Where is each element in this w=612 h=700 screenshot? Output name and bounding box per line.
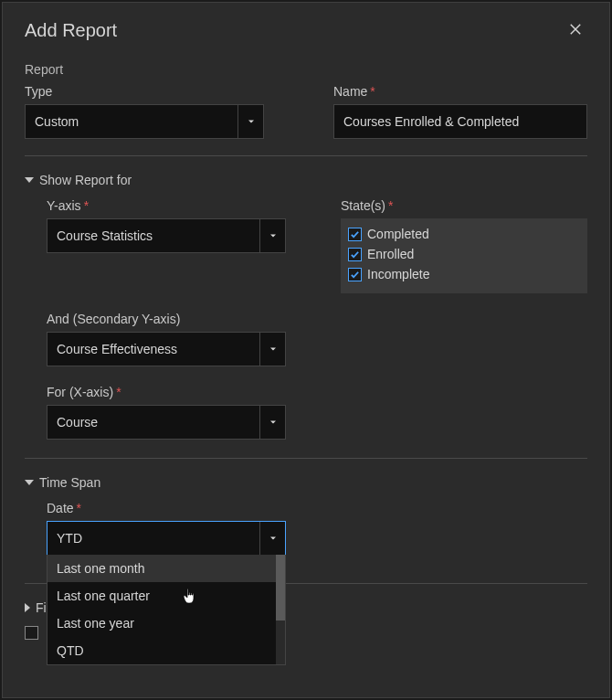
name-field: Name * (333, 84, 587, 139)
type-value: Custom (35, 114, 237, 129)
modal-body: Report Type Custom Name * (3, 57, 609, 658)
scrollbar-thumb[interactable] (276, 555, 285, 620)
secondary-yaxis-select[interactable]: Course Effectiveness (47, 332, 286, 366)
yaxis-states-row: Y-axis * Course Statistics State(s) * (47, 198, 587, 293)
secondary-yaxis-field: And (Secondary Y-axis) Course Effectiven… (47, 312, 286, 366)
date-option[interactable]: Last one quarter (47, 582, 276, 610)
state-label: Completed (367, 227, 429, 241)
time-span-header[interactable]: Time Span (25, 475, 587, 490)
state-label: Incomplete (367, 267, 429, 281)
add-report-modal: Add Report Report Type Custom (2, 2, 610, 698)
checkbox-checked-icon (348, 268, 362, 281)
name-label: Name * (333, 84, 587, 99)
chevron-down-icon (259, 333, 285, 366)
states-label-text: State(s) (341, 198, 385, 213)
name-input[interactable] (333, 104, 587, 139)
secondary-yaxis-label-text: And (Secondary Y-axis) (47, 312, 180, 326)
name-label-text: Name (333, 84, 367, 99)
yaxis-select[interactable]: Course Statistics (47, 218, 286, 253)
secondary-yaxis-label: And (Secondary Y-axis) (47, 312, 286, 326)
xaxis-field: For (X-axis) * Course (47, 385, 286, 440)
modal-title: Add Report (25, 20, 117, 41)
divider (25, 155, 587, 156)
report-section-label: Report (25, 62, 587, 77)
date-dropdown-list: Last one month Last one quarter Last one… (47, 555, 276, 664)
chevron-down-icon (259, 406, 285, 439)
type-label: Type (25, 84, 279, 99)
required-asterisk: * (84, 198, 89, 213)
xaxis-value: Course (57, 415, 259, 430)
show-report-for-header[interactable]: Show Report for (25, 173, 587, 187)
chevron-down-icon (259, 522, 285, 555)
close-icon (567, 21, 584, 40)
time-span-label: Time Span (39, 475, 100, 490)
triangle-down-icon (25, 480, 34, 485)
date-value: YTD (57, 531, 259, 546)
checkbox-checked-icon (348, 228, 362, 241)
triangle-right-icon (25, 603, 30, 612)
states-box: Completed Enrolled Incompl (341, 218, 587, 293)
yaxis-label: Y-axis * (47, 198, 286, 213)
xaxis-label-text: For (X-axis) (47, 385, 113, 399)
date-option[interactable]: Last one year (47, 610, 276, 637)
time-span-body: Date * YTD Last one month Last one quart… (25, 501, 587, 556)
modal-header: Add Report (3, 3, 609, 57)
date-option[interactable]: QTD (47, 637, 276, 664)
state-option-incomplete[interactable]: Incomplete (348, 264, 580, 284)
yaxis-field: Y-axis * Course Statistics (47, 198, 286, 293)
required-asterisk: * (116, 385, 121, 399)
checkbox-checked-icon (348, 248, 362, 261)
chevron-down-icon (237, 105, 263, 138)
chevron-down-icon (259, 219, 285, 252)
states-label: State(s) * (341, 198, 587, 213)
state-option-enrolled[interactable]: Enrolled (348, 244, 580, 264)
secondary-yaxis-value: Course Effectiveness (57, 342, 259, 356)
states-field: State(s) * Completed (341, 198, 587, 293)
date-select[interactable]: YTD Last one month Last one quarter Last… (47, 521, 286, 556)
yaxis-label-text: Y-axis (47, 198, 81, 213)
filter-label-partial: Fi (36, 600, 47, 615)
state-option-completed[interactable]: Completed (348, 224, 580, 244)
report-row: Type Custom Name * (25, 84, 587, 139)
required-asterisk: * (388, 198, 393, 213)
state-label: Enrolled (367, 247, 414, 261)
yaxis-value: Course Statistics (57, 228, 259, 243)
triangle-down-icon (25, 177, 34, 183)
type-select[interactable]: Custom (25, 104, 264, 139)
required-asterisk: * (370, 84, 375, 99)
required-asterisk: * (77, 501, 81, 515)
date-label-text: Date (47, 501, 74, 515)
show-report-for-body: Y-axis * Course Statistics State(s) * (25, 198, 587, 440)
xaxis-label: For (X-axis) * (47, 385, 286, 399)
unchecked-checkbox[interactable] (25, 626, 38, 640)
date-label: Date * (47, 501, 286, 515)
xaxis-select[interactable]: Course (47, 405, 286, 440)
divider (25, 458, 587, 459)
type-label-text: Type (25, 84, 52, 99)
scrollbar[interactable] (276, 555, 285, 664)
date-field: Date * YTD Last one month Last one quart… (47, 501, 286, 556)
show-report-for-label: Show Report for (39, 173, 132, 187)
close-button[interactable] (564, 17, 587, 44)
date-dropdown-panel: Last one month Last one quarter Last one… (47, 555, 286, 665)
type-field: Type Custom (25, 84, 279, 139)
date-option[interactable]: Last one month (47, 555, 276, 582)
